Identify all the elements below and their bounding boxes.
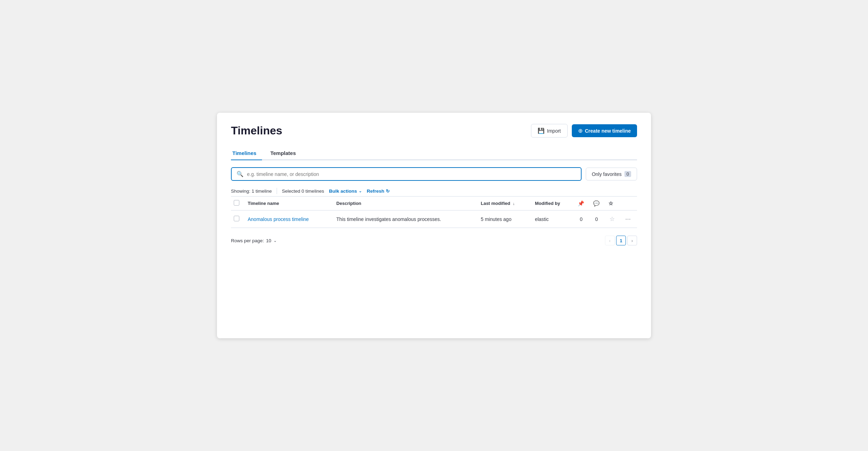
sort-icon: ↓	[513, 201, 515, 206]
col-header-name: Timeline name	[244, 197, 332, 210]
header-actions: 💾 Import ⊕ Create new timeline	[531, 124, 637, 138]
col-header-favorite: ☆	[604, 197, 620, 210]
table-toolbar: Showing: 1 timeline Selected 0 timelines…	[231, 188, 637, 194]
selected-count: Selected 0 timelines	[282, 188, 324, 194]
main-window: Timelines 💾 Import ⊕ Create new timeline…	[217, 113, 651, 338]
row-favorite-cell: ☆	[604, 210, 620, 228]
favorites-label: Only favorites	[592, 171, 622, 177]
tab-bar: Timelines Templates	[231, 147, 637, 160]
pagination: ‹ 1 ›	[605, 236, 637, 245]
timeline-name-link[interactable]: Anomalous process timeline	[248, 216, 309, 222]
search-input[interactable]	[247, 171, 576, 177]
import-icon: 💾	[538, 127, 545, 134]
refresh-button[interactable]: Refresh ↻	[367, 188, 390, 194]
tab-templates[interactable]: Templates	[269, 147, 301, 160]
rows-per-page-value: 10	[266, 238, 271, 243]
rows-per-page-label: Rows per page:	[231, 238, 264, 243]
comment-icon: 💬	[593, 200, 600, 206]
row-last-modified-cell: 5 minutes ago	[477, 210, 531, 228]
star-header-icon: ☆	[608, 200, 613, 206]
search-box-container: 🔍	[231, 167, 582, 181]
pagination-page-1[interactable]: 1	[616, 236, 626, 245]
pin-icon: 📌	[578, 200, 584, 206]
col-header-pin: 📌	[574, 197, 589, 210]
showing-count: Showing: 1 timeline	[231, 188, 272, 194]
row-checkbox-cell	[231, 210, 244, 228]
refresh-label: Refresh	[367, 188, 384, 194]
create-timeline-button[interactable]: ⊕ Create new timeline	[572, 124, 637, 137]
page-title: Timelines	[231, 124, 282, 137]
toolbar-divider	[277, 188, 277, 194]
import-button[interactable]: 💾 Import	[531, 124, 568, 138]
row-description-cell: This timeline investigates anomalous pro…	[332, 210, 477, 228]
row-description: This timeline investigates anomalous pro…	[336, 216, 441, 222]
row-modified-by-cell: elastic	[531, 210, 574, 228]
row-pin-count-cell: 0	[574, 210, 589, 228]
row-more-cell: ⋯	[620, 210, 637, 228]
rows-per-page-chevron: ⌄	[274, 238, 277, 243]
rows-per-page-selector[interactable]: Rows per page: 10 ⌄	[231, 238, 277, 243]
table-footer: Rows per page: 10 ⌄ ‹ 1 ›	[231, 234, 637, 245]
create-label: Create new timeline	[585, 128, 631, 134]
col-header-modified-by: Modified by	[531, 197, 574, 210]
pagination-next-button[interactable]: ›	[627, 236, 637, 245]
import-label: Import	[547, 128, 561, 134]
row-checkbox[interactable]	[234, 216, 239, 221]
select-all-checkbox[interactable]	[234, 200, 239, 206]
tab-timelines[interactable]: Timelines	[231, 147, 262, 160]
refresh-icon: ↻	[386, 188, 390, 194]
col-header-actions	[620, 197, 637, 210]
row-name-cell: Anomalous process timeline	[244, 210, 332, 228]
bulk-actions-button[interactable]: Bulk actions ⌄	[329, 188, 362, 194]
search-icon: 🔍	[237, 171, 244, 177]
search-row: 🔍 Only favorites 0	[231, 167, 637, 181]
more-actions-button[interactable]: ⋯	[624, 215, 633, 223]
favorites-count: 0	[624, 171, 631, 177]
header-checkbox-cell	[231, 197, 244, 210]
bulk-actions-label: Bulk actions	[329, 188, 357, 194]
table-row: Anomalous process timeline This timeline…	[231, 210, 637, 228]
pagination-prev-button[interactable]: ‹	[605, 236, 615, 245]
plus-circle-icon: ⊕	[578, 127, 583, 134]
row-last-modified: 5 minutes ago	[481, 216, 511, 222]
favorite-star-icon[interactable]: ☆	[609, 216, 615, 222]
chevron-down-icon: ⌄	[359, 189, 362, 193]
row-modified-by: elastic	[535, 216, 549, 222]
col-header-description: Description	[332, 197, 477, 210]
only-favorites-button[interactable]: Only favorites 0	[586, 168, 637, 180]
row-pin-count: 0	[580, 216, 583, 222]
col-header-comment: 💬	[589, 197, 604, 210]
col-header-last-modified[interactable]: Last modified ↓	[477, 197, 531, 210]
row-comment-count-cell: 0	[589, 210, 604, 228]
table-header-row: Timeline name Description Last modified …	[231, 197, 637, 210]
timelines-table: Timeline name Description Last modified …	[231, 196, 637, 228]
row-comment-count: 0	[595, 216, 598, 222]
page-header: Timelines 💾 Import ⊕ Create new timeline	[231, 124, 637, 138]
